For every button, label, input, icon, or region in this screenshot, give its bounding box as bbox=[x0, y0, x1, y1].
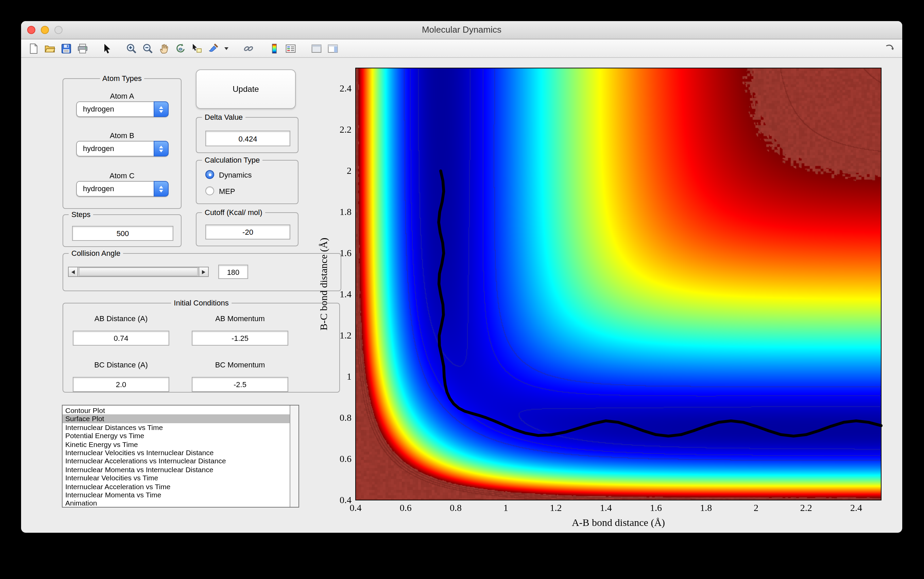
open-file-icon[interactable] bbox=[44, 42, 56, 55]
dynamics-radio[interactable] bbox=[205, 170, 214, 179]
insert-colorbar-icon[interactable] bbox=[268, 42, 281, 55]
dropdown-arrows-icon[interactable] bbox=[154, 101, 169, 117]
atom-b-label: Atom B bbox=[63, 131, 181, 139]
bc-distance-field[interactable]: 2.0 bbox=[73, 377, 169, 392]
steps-title: Steps bbox=[68, 210, 93, 219]
list-item[interactable]: Internuclear Accelerations vs Internucle… bbox=[62, 457, 290, 465]
show-plot-tools-icon[interactable] bbox=[326, 42, 339, 55]
new-figure-icon[interactable] bbox=[27, 42, 40, 55]
atom-b-dropdown[interactable]: hydrogen bbox=[76, 141, 169, 157]
list-item[interactable]: Kinetic Energy vs Time bbox=[62, 440, 290, 448]
atom-a-label: Atom A bbox=[63, 92, 181, 100]
data-cursor-icon[interactable] bbox=[191, 42, 203, 55]
edit-plot-icon[interactable] bbox=[101, 42, 114, 55]
collision-angle-group: Collision Angle 180 bbox=[62, 253, 341, 291]
delta-value-group: Delta Value 0.424 bbox=[196, 117, 298, 153]
mep-radio[interactable] bbox=[205, 186, 214, 195]
plot-type-listbox[interactable]: Contour Plot Surface Plot Internuclear D… bbox=[62, 405, 299, 507]
atom-types-group: Atom Types Atom A hydrogen Atom B hydrog… bbox=[62, 78, 181, 209]
atom-a-value: hydrogen bbox=[83, 102, 114, 116]
rotate-3d-icon[interactable] bbox=[174, 42, 187, 55]
brush-icon[interactable] bbox=[207, 42, 220, 55]
brush-dropdown-caret[interactable] bbox=[223, 42, 229, 55]
print-figure-icon[interactable] bbox=[76, 42, 89, 55]
window-title: Molecular Dynamics bbox=[21, 21, 902, 39]
slider-right-arrow[interactable] bbox=[199, 267, 208, 276]
atom-c-value: hydrogen bbox=[83, 182, 114, 196]
delta-value-field[interactable]: 0.424 bbox=[205, 131, 290, 146]
insert-legend-icon[interactable] bbox=[284, 42, 297, 55]
cutoff-field[interactable]: -20 bbox=[205, 224, 290, 239]
dynamics-radio-label: Dynamics bbox=[219, 170, 252, 178]
mep-radio-row[interactable]: MEP bbox=[205, 186, 235, 195]
pan-icon[interactable] bbox=[158, 42, 171, 55]
zoom-in-icon[interactable] bbox=[125, 42, 138, 55]
atom-a-dropdown[interactable]: hydrogen bbox=[76, 101, 169, 117]
initial-conditions-group: Initial Conditions AB Distance (A) AB Mo… bbox=[62, 303, 340, 393]
list-item[interactable]: Surface Plot bbox=[62, 415, 290, 423]
slider-thumb[interactable] bbox=[79, 267, 198, 276]
slider-left-arrow[interactable] bbox=[68, 267, 78, 276]
list-item[interactable]: Internuclear Velocities vs Internuclear … bbox=[62, 448, 290, 457]
window-titlebar: Molecular Dynamics bbox=[21, 21, 902, 39]
bc-distance-label: BC Distance (A) bbox=[73, 361, 169, 369]
hide-plot-tools-icon[interactable] bbox=[310, 42, 323, 55]
list-item[interactable]: Potential Energy vs Time bbox=[62, 431, 290, 440]
steps-field[interactable]: 500 bbox=[72, 226, 173, 241]
dynamics-radio-row[interactable]: Dynamics bbox=[205, 170, 252, 179]
left-triangle-icon bbox=[72, 270, 75, 274]
list-item[interactable]: Internuclear Acceleration vs Time bbox=[62, 482, 290, 491]
calculation-type-title: Calculation Type bbox=[202, 156, 262, 165]
collision-angle-title: Collision Angle bbox=[68, 249, 123, 258]
list-item[interactable]: Internuclear Momenta vs Internuclear Dis… bbox=[62, 465, 290, 474]
potential-energy-surface-plot[interactable] bbox=[318, 55, 900, 532]
steps-group: Steps 500 bbox=[62, 214, 181, 247]
atom-b-value: hydrogen bbox=[83, 142, 114, 156]
ab-momentum-field[interactable]: -1.25 bbox=[192, 330, 288, 346]
atom-types-title: Atom Types bbox=[99, 74, 145, 83]
dropdown-arrows-icon[interactable] bbox=[154, 141, 169, 157]
zoom-out-icon[interactable] bbox=[142, 42, 154, 55]
collision-angle-field[interactable]: 180 bbox=[218, 265, 248, 279]
calculation-type-group: Calculation Type Dynamics MEP bbox=[196, 160, 298, 204]
ab-distance-field[interactable]: 0.74 bbox=[73, 330, 169, 346]
ab-momentum-label: AB Momentum bbox=[192, 314, 288, 322]
list-item[interactable]: Internuclear Momenta vs Time bbox=[62, 491, 290, 499]
cutoff-group: Cutoff (Kcal/ mol) -20 bbox=[196, 212, 298, 246]
listbox-scrollbar[interactable] bbox=[290, 406, 298, 507]
bc-momentum-field[interactable]: -2.5 bbox=[192, 377, 288, 392]
collision-angle-slider[interactable] bbox=[68, 267, 209, 277]
slider-track[interactable] bbox=[79, 267, 198, 276]
bc-momentum-label: BC Momentum bbox=[192, 361, 288, 369]
plot-type-list: Contour Plot Surface Plot Internuclear D… bbox=[62, 406, 290, 507]
app-window: Molecular Dynamics Atom Types bbox=[21, 21, 902, 533]
list-item[interactable]: Internulear Velocities vs Time bbox=[62, 474, 290, 482]
atom-c-label: Atom C bbox=[63, 172, 181, 180]
atom-c-dropdown[interactable]: hydrogen bbox=[76, 181, 169, 196]
right-triangle-icon bbox=[202, 270, 205, 274]
delta-value-title: Delta Value bbox=[202, 113, 246, 122]
mep-radio-label: MEP bbox=[219, 187, 235, 195]
ab-distance-label: AB Distance (A) bbox=[73, 314, 169, 322]
initial-conditions-title: Initial Conditions bbox=[171, 299, 231, 307]
save-figure-icon[interactable] bbox=[60, 42, 73, 55]
dropdown-arrows-icon[interactable] bbox=[154, 181, 169, 196]
list-item[interactable]: Contour Plot bbox=[62, 406, 290, 415]
list-item[interactable]: Animation bbox=[62, 499, 290, 507]
cutoff-title: Cutoff (Kcal/ mol) bbox=[202, 208, 265, 217]
list-item[interactable]: Internuclear Distances vs Time bbox=[62, 423, 290, 432]
dock-figure-icon[interactable] bbox=[883, 42, 896, 55]
plot-area bbox=[318, 55, 900, 532]
update-button[interactable]: Update bbox=[196, 69, 296, 109]
link-plot-icon[interactable] bbox=[242, 42, 255, 55]
